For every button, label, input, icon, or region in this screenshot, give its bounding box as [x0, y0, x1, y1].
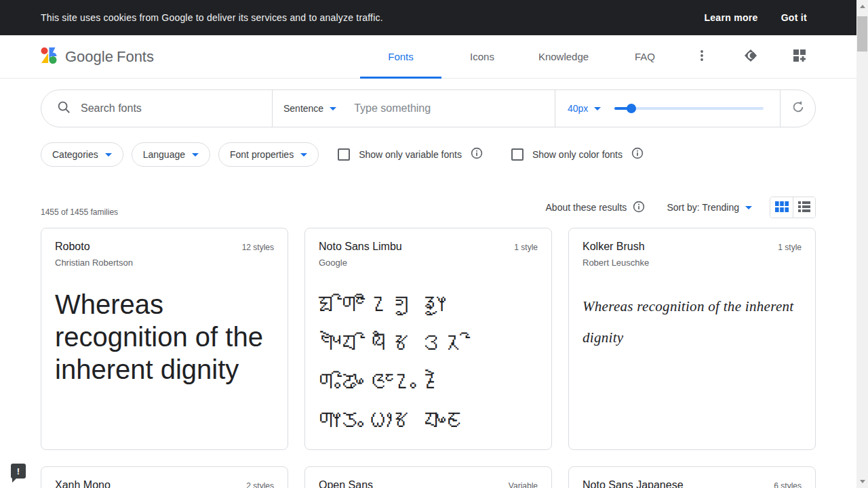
tab-fonts[interactable]: Fonts [360, 35, 441, 79]
refresh-icon [791, 100, 806, 117]
font-name[interactable]: Xanh Mono [55, 479, 111, 488]
dark-mode-toggle-button[interactable] [734, 41, 767, 73]
font-card-noto-sans-limbu[interactable]: Noto Sans Limbu 1 style Google ᤀᤡᤛᤡᤰ ᤁᤈᤢ… [304, 228, 552, 450]
sort-by-label: Sort by: Trending [667, 202, 739, 213]
font-card-open-sans[interactable]: Open Sans Variable [304, 466, 552, 488]
chevron-down-icon [330, 107, 336, 110]
google-fonts-page: This site uses cookies from Google to de… [0, 0, 856, 488]
cookie-message: This site uses cookies from Google to de… [41, 12, 383, 23]
style-count: 6 styles [774, 481, 802, 488]
info-icon[interactable] [631, 147, 644, 162]
grid-plus-icon [792, 48, 807, 65]
language-filter[interactable]: Language [132, 142, 210, 167]
reset-button[interactable] [780, 90, 815, 127]
font-preview-text[interactable]: Whereas recognition of the inherent dign… [55, 288, 274, 386]
learn-more-button[interactable]: Learn more [704, 12, 757, 23]
scroll-up-arrow-icon[interactable] [860, 5, 865, 8]
variable-fonts-filter-group: Show only variable fonts [338, 147, 483, 162]
preview-text-input[interactable] [354, 102, 530, 115]
grid-view-icon [775, 201, 789, 214]
brightness-icon [743, 47, 759, 66]
style-count: 1 style [778, 243, 802, 252]
font-size-section: 40px [555, 90, 780, 127]
font-name[interactable]: Kolker Brush [583, 241, 645, 253]
font-name[interactable]: Roboto [55, 241, 90, 253]
tab-faq[interactable]: FAQ [604, 35, 686, 79]
got-it-button[interactable]: Got it [781, 12, 807, 23]
font-size-dropdown[interactable]: 40px [568, 103, 601, 114]
tab-icons[interactable]: Icons [441, 35, 523, 79]
chevron-down-icon [192, 153, 199, 157]
search-input[interactable] [81, 102, 237, 115]
font-size-slider[interactable] [614, 104, 764, 113]
font-name[interactable]: Noto Sans Japanese [583, 479, 684, 488]
exclamation-icon: ! [17, 466, 20, 476]
font-designer: Robert Leuschke [583, 258, 802, 268]
variable-fonts-label: Show only variable fonts [359, 149, 462, 160]
font-card-roboto[interactable]: Roboto 12 styles Christian Robertson Whe… [41, 228, 288, 450]
font-designer: Christian Robertson [55, 258, 274, 268]
card-header: Kolker Brush 1 style [583, 241, 802, 253]
kebab-menu-icon [695, 49, 709, 64]
info-icon[interactable] [471, 147, 483, 162]
info-icon [633, 201, 645, 215]
slider-track [614, 107, 764, 110]
font-preview-text[interactable]: Whereas recognition of the inherent dign… [583, 291, 802, 353]
logo-fonts-text: Fonts [117, 48, 154, 65]
variable-fonts-checkbox[interactable] [338, 148, 350, 161]
list-view-button[interactable] [793, 197, 815, 218]
font-preview-text[interactable]: ᤀᤡᤛᤡᤰ ᤁᤈᤢ ᤕᤢᤶ ᤗᤧᤵᤔᤡ ᤓᤠᤃ ᤋᤖᤡ ᤛᤡᤱᤒᤴ ᤜᤰᤁᤱ ᤏ… [319, 285, 538, 440]
size-slider-thumb[interactable] [627, 104, 636, 113]
font-card-grid-row-2: Xanh Mono 2 styles Open Sans Variable No… [41, 466, 816, 488]
font-size-value: 40px [568, 103, 588, 114]
font-name[interactable]: Noto Sans Limbu [319, 241, 402, 253]
app-header: GoogleFonts Fonts Icons Knowledge FAQ [0, 35, 856, 79]
font-name[interactable]: Open Sans [319, 479, 373, 488]
tab-knowledge[interactable]: Knowledge [523, 35, 604, 79]
main-nav: Fonts Icons Knowledge FAQ [360, 35, 686, 79]
font-card-grid: Roboto 12 styles Christian Robertson Whe… [41, 228, 816, 450]
color-fonts-checkbox[interactable] [511, 148, 524, 161]
card-header: Roboto 12 styles [55, 241, 274, 253]
card-header: Noto Sans Japanese 6 styles [583, 479, 802, 488]
filter-row: Categories Language Font properties Show… [41, 142, 816, 167]
font-card-xanh-mono[interactable]: Xanh Mono 2 styles [41, 466, 288, 488]
font-card-kolker-brush[interactable]: Kolker Brush 1 style Robert Leuschke Whe… [568, 228, 816, 450]
categories-filter[interactable]: Categories [41, 142, 123, 167]
font-search-section [41, 90, 272, 127]
search-icon [56, 100, 71, 117]
view-toggle [770, 197, 816, 218]
sort-by-dropdown[interactable]: Sort by: Trending [667, 202, 752, 213]
font-designer: Google [319, 258, 538, 268]
scrollbar[interactable] [856, 0, 868, 488]
categories-label: Categories [52, 149, 98, 160]
about-results-label: About these results [546, 202, 627, 213]
card-header: Noto Sans Limbu 1 style [319, 241, 538, 253]
chevron-down-icon [594, 107, 601, 110]
scroll-down-arrow-icon[interactable] [860, 480, 865, 483]
language-label: Language [143, 149, 185, 160]
results-count: 1455 of 1455 families [41, 207, 118, 217]
style-count: 2 styles [246, 481, 274, 488]
about-these-results[interactable]: About these results [546, 201, 646, 215]
scrollbar-thumb[interactable] [857, 16, 867, 52]
font-properties-label: Font properties [230, 149, 294, 160]
logo-google-text: Google [65, 48, 113, 65]
style-count: 12 styles [242, 243, 274, 252]
google-fonts-logo-icon [41, 47, 58, 67]
search-toolbar: Sentence 40px [41, 89, 816, 127]
card-header: Xanh Mono 2 styles [55, 479, 274, 488]
selection-drawer-button[interactable] [783, 41, 816, 73]
preview-mode-dropdown[interactable]: Sentence [283, 103, 336, 114]
chevron-down-icon [105, 153, 112, 157]
color-fonts-filter-group: Show only color fonts [511, 147, 644, 162]
feedback-button[interactable]: ! [11, 464, 26, 479]
cookie-actions: Learn more Got it [704, 12, 807, 23]
results-controls: About these results Sort by: Trending [546, 197, 816, 218]
more-menu-button[interactable] [686, 41, 718, 73]
grid-view-button[interactable] [770, 197, 793, 218]
chevron-down-icon [300, 153, 307, 157]
font-card-noto-sans-japanese[interactable]: Noto Sans Japanese 6 styles [568, 466, 816, 488]
google-fonts-logo[interactable]: GoogleFonts [41, 47, 154, 67]
font-properties-filter[interactable]: Font properties [218, 142, 319, 167]
